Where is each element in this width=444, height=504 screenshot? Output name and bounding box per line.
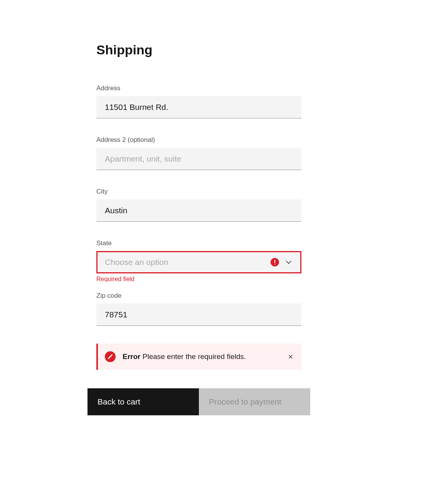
svg-rect-1 — [274, 260, 275, 263]
state-label: State — [96, 239, 348, 247]
warning-icon — [271, 258, 279, 266]
page-title: Shipping — [96, 42, 348, 57]
back-to-cart-button[interactable]: Back to cart — [87, 388, 199, 415]
error-notification: Error Please enter the required fields. — [96, 344, 301, 370]
state-error-text: Required field — [96, 276, 348, 283]
zip-input[interactable] — [96, 303, 301, 326]
close-icon[interactable] — [287, 353, 294, 361]
state-select[interactable]: Choose an option — [96, 251, 301, 273]
address-field-group: Address — [96, 84, 348, 118]
notification-text: Error Please enter the required fields. — [123, 352, 287, 361]
address2-input[interactable] — [96, 148, 301, 170]
city-field-group: City — [96, 188, 348, 222]
city-input[interactable] — [96, 199, 301, 222]
address2-field-group: Address 2 (optional) — [96, 136, 348, 170]
state-field-group: State Choose an option Required field — [96, 239, 348, 283]
button-row: Back to cart Proceed to payment — [87, 388, 310, 415]
address-input[interactable] — [96, 96, 301, 118]
zip-field-group: Zip code — [96, 292, 348, 326]
address-label: Address — [96, 84, 348, 92]
address2-label: Address 2 (optional) — [96, 136, 348, 144]
city-label: City — [96, 188, 348, 196]
notification-message: Please enter the required fields. — [140, 352, 246, 361]
notification-title: Error — [123, 352, 140, 361]
zip-label: Zip code — [96, 292, 348, 300]
shipping-form: Shipping Address Address 2 (optional) Ci… — [0, 0, 444, 415]
state-placeholder: Choose an option — [105, 258, 271, 267]
proceed-to-payment-button[interactable]: Proceed to payment — [199, 388, 310, 415]
chevron-down-icon — [284, 258, 293, 266]
error-circle-icon — [105, 351, 116, 362]
svg-rect-2 — [274, 264, 275, 265]
select-icons — [271, 258, 293, 266]
